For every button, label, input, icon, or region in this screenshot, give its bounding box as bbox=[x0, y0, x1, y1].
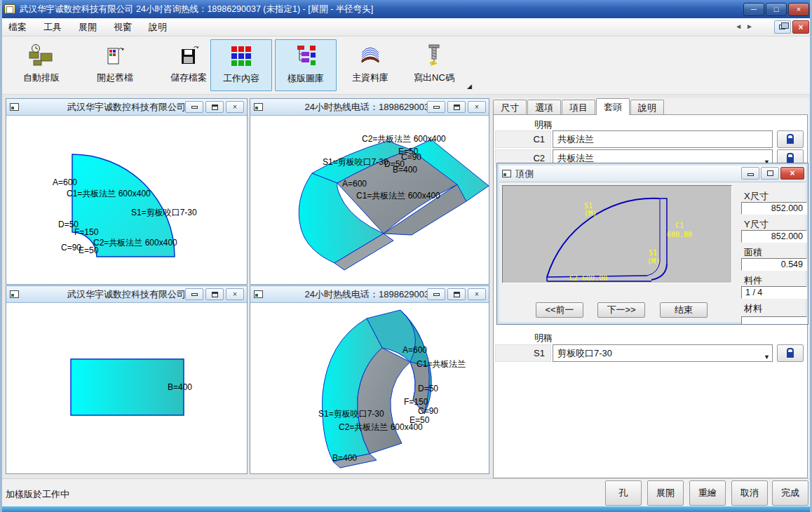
child-maximize-button[interactable] bbox=[447, 288, 466, 300]
child-window-flat-pattern: 武汉华宇诚数控科技有限公司 × A=600 C1=共板法 bbox=[6, 98, 248, 285]
lock-button-c1[interactable] bbox=[777, 130, 804, 148]
unfold-button[interactable]: 展開 bbox=[647, 480, 684, 506]
maximize-icon bbox=[454, 292, 460, 297]
tab-dimensions[interactable]: 尺寸 bbox=[493, 100, 527, 114]
field-value-material[interactable] bbox=[741, 316, 807, 325]
child-titlebar[interactable]: 24小时热线电话：18986290037 × bbox=[250, 99, 489, 116]
statusbar: 加樣版於工作中 孔 展開 重繪 取消 完成 bbox=[0, 478, 812, 506]
dim-label: C1=共板法兰 bbox=[417, 358, 466, 370]
maximize-icon bbox=[454, 105, 460, 110]
child-minimize-button[interactable] bbox=[185, 101, 203, 113]
dim-label: C2=共板法兰 600x400 bbox=[93, 237, 177, 249]
child-window-icon bbox=[10, 290, 19, 298]
mdi-restore-button[interactable] bbox=[774, 20, 791, 34]
field-value-y[interactable]: 852.000 bbox=[741, 230, 807, 243]
field-label-y: Y尺寸 bbox=[744, 218, 769, 231]
minimize-icon: ─ bbox=[751, 5, 757, 13]
child-window-icon bbox=[10, 103, 19, 111]
child-minimize-button[interactable] bbox=[185, 288, 203, 300]
next-button[interactable]: 下一>> bbox=[597, 302, 645, 318]
dim-label: C1=共板法兰 600x400 bbox=[356, 190, 440, 202]
name-column-header: 明稱 bbox=[534, 119, 553, 131]
mdi-nav-arrows[interactable]: ◄► bbox=[735, 22, 757, 30]
maximize-button[interactable]: □ bbox=[766, 3, 787, 16]
child-window-title: 武汉华宇诚数控科技有限公司 bbox=[67, 101, 186, 114]
toolbar-button-work-content[interactable]: 工作內容 bbox=[210, 39, 272, 91]
finish-button[interactable]: 结束 bbox=[660, 302, 708, 318]
child-close-button[interactable]: × bbox=[468, 288, 486, 300]
toolbar-label: 主資料庫 bbox=[339, 72, 401, 84]
toolbar-button-auto-nest[interactable]: 自動排版 bbox=[11, 39, 72, 91]
child-maximize-button[interactable] bbox=[205, 288, 224, 300]
row-value-c1[interactable]: 共板法兰 bbox=[553, 130, 773, 148]
titlebar: 武汉华宇诚数控科技有限公司 24小时咨询热线：18986290037 (未指定1… bbox=[0, 0, 812, 18]
template-library-icon bbox=[292, 44, 320, 69]
tab-connectors[interactable]: 套頭 bbox=[596, 98, 630, 115]
dialog-minimize-button[interactable] bbox=[741, 167, 759, 180]
child-close-button[interactable]: × bbox=[468, 101, 486, 113]
dropdown-value: 剪板咬口7-30 bbox=[557, 348, 612, 358]
menu-window[interactable]: 視窗 bbox=[105, 18, 140, 36]
child-window-3d-view-1: 24小时热线电话：18986290037 × bbox=[250, 98, 489, 285]
toolbar-overflow-icon[interactable]: ◢ bbox=[467, 83, 472, 90]
child-titlebar[interactable]: 24小时热线电话：18986290037 × bbox=[250, 286, 489, 303]
cancel-button[interactable]: 取消 bbox=[731, 480, 768, 506]
toolbar-button-open-file[interactable]: 開起舊檔 bbox=[84, 39, 146, 91]
menu-help[interactable]: 說明 bbox=[140, 18, 175, 36]
child-maximize-button[interactable] bbox=[205, 101, 224, 113]
previous-button[interactable]: <<前一 bbox=[536, 302, 583, 318]
canvas-label-s1-inner: S1 bbox=[649, 249, 657, 257]
child-maximize-button[interactable] bbox=[447, 101, 466, 113]
dialog-window-icon bbox=[502, 170, 511, 177]
redraw-button[interactable]: 重繪 bbox=[689, 480, 726, 506]
child-titlebar[interactable]: 武汉华宇诚数控科技有限公司 × bbox=[6, 99, 247, 116]
nav-right-icon[interactable]: ► bbox=[746, 22, 757, 30]
dialog-titlebar[interactable]: 頂側 × bbox=[499, 166, 806, 182]
chevron-down-icon[interactable]: ▼ bbox=[764, 349, 770, 365]
child-minimize-button[interactable] bbox=[427, 101, 445, 113]
maximize-icon bbox=[212, 105, 218, 110]
toolbar-button-write-nc[interactable]: 寫出NC碼 bbox=[403, 39, 465, 91]
hole-button[interactable]: 孔 bbox=[605, 480, 642, 506]
lock-icon bbox=[787, 138, 794, 144]
tab-items[interactable]: 項目 bbox=[562, 100, 595, 114]
child-titlebar[interactable]: 武汉华宇诚数控科技有限公司 × bbox=[6, 286, 247, 303]
minimize-button[interactable]: ─ bbox=[743, 3, 764, 16]
child-minimize-button[interactable] bbox=[427, 288, 445, 300]
dim-label: A=600 bbox=[342, 179, 367, 189]
maximize-icon bbox=[212, 292, 218, 297]
child-window-icon bbox=[254, 103, 263, 111]
field-value-x[interactable]: 852.000 bbox=[741, 202, 807, 215]
dialog-maximize-button[interactable] bbox=[761, 167, 779, 180]
dim-label: F=150 bbox=[74, 227, 98, 237]
dim-label: C=90 bbox=[418, 406, 438, 416]
field-value-part[interactable]: 1 / 4 bbox=[741, 286, 807, 299]
dropdown-value: 共板法兰 bbox=[557, 153, 594, 163]
menu-tools[interactable]: 工具 bbox=[35, 18, 70, 36]
row-key-s1: S1 bbox=[495, 344, 551, 362]
mdi-close-button[interactable]: × bbox=[792, 20, 809, 34]
dim-label: B=400 bbox=[168, 382, 192, 392]
toolbar-button-template-library[interactable]: 樣版圖庫 bbox=[275, 39, 337, 91]
child-window-title: 武汉华宇诚数控科技有限公司 bbox=[67, 288, 186, 301]
menu-file[interactable]: 檔案 bbox=[0, 18, 35, 36]
tab-help[interactable]: 說明 bbox=[630, 100, 664, 114]
menu-unfold[interactable]: 展開 bbox=[70, 18, 105, 36]
dim-label: S1=剪板咬口7-30 bbox=[318, 408, 384, 420]
row-key-c1: C1 bbox=[495, 130, 551, 148]
child-close-button[interactable]: × bbox=[226, 288, 244, 300]
application-window: 武汉华宇诚数控科技有限公司 24小时咨询热线：18986290037 (未指定1… bbox=[0, 0, 812, 512]
close-button[interactable]: × bbox=[788, 3, 809, 16]
row-value-s1-dropdown[interactable]: 剪板咬口7-30▼ bbox=[553, 344, 773, 362]
lock-button-s1[interactable] bbox=[777, 344, 804, 362]
nav-left-icon[interactable]: ◄ bbox=[735, 22, 746, 30]
dialog-close-button[interactable]: × bbox=[780, 167, 804, 180]
open-file-icon bbox=[101, 43, 129, 69]
child-close-button[interactable]: × bbox=[226, 101, 244, 113]
toolbar-label: 寫出NC碼 bbox=[403, 72, 465, 84]
toolbar-button-main-database[interactable]: 主資料庫 bbox=[339, 39, 401, 91]
field-value-area[interactable]: 0.549 bbox=[741, 258, 807, 271]
child-window-title: 24小时热线电话：18986290037 bbox=[305, 288, 435, 301]
complete-button[interactable]: 完成 bbox=[772, 480, 808, 506]
tab-options[interactable]: 選項 bbox=[527, 100, 561, 114]
